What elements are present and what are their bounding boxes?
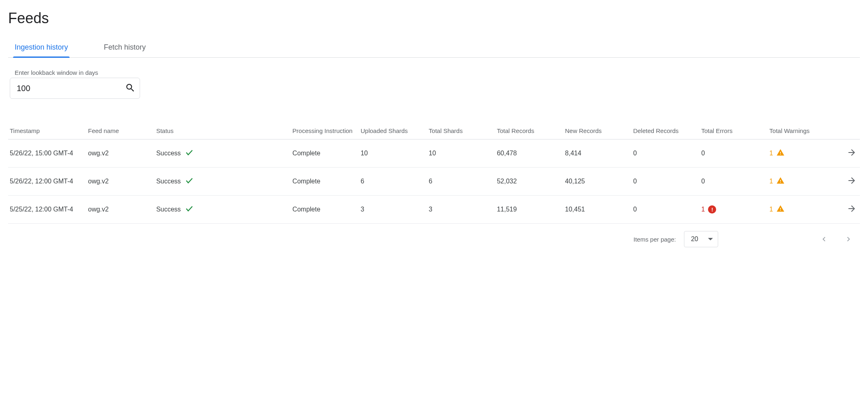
tab-ingestion-history[interactable]: Ingestion history	[13, 38, 70, 57]
page-title: Feeds	[8, 10, 860, 27]
cell-total-errors: 0	[698, 139, 766, 168]
col-total-shards[interactable]: Total Shards	[425, 123, 493, 139]
cell-total-errors: 1!	[698, 196, 766, 224]
arrow-right-icon	[847, 180, 857, 187]
cell-total-shards: 6	[425, 168, 493, 196]
col-deleted-records[interactable]: Deleted Records	[630, 123, 698, 139]
items-per-page-value: 20	[691, 235, 698, 243]
cell-timestamp: 5/25/22, 12:00 GMT-4	[8, 196, 85, 224]
cell-uploaded-shards: 10	[357, 139, 425, 168]
warning-icon	[776, 177, 785, 186]
cell-total-records: 60,478	[493, 139, 561, 168]
search-icon[interactable]	[125, 83, 136, 94]
lookback-input[interactable]	[16, 83, 125, 94]
cell-status: Success	[153, 196, 289, 224]
cell-total-warnings: 1	[766, 168, 826, 196]
col-processing-instruction[interactable]: Processing Instruction	[289, 123, 357, 139]
cell-feed-name: owg.v2	[85, 196, 153, 224]
cell-new-records: 10,451	[562, 196, 630, 224]
items-per-page-label: Items per page:	[633, 236, 676, 243]
table-row[interactable]: 5/26/22, 12:00 GMT-4owg.v2 Success Compl…	[8, 168, 860, 196]
check-icon	[185, 148, 194, 159]
cell-details-arrow[interactable]	[826, 139, 860, 168]
check-icon	[185, 176, 194, 187]
cell-status: Success	[153, 139, 289, 168]
lookback-label: Enter lookback window in days	[10, 69, 860, 76]
table-row[interactable]: 5/25/22, 12:00 GMT-4owg.v2 Success Compl…	[8, 196, 860, 224]
cell-details-arrow[interactable]	[826, 168, 860, 196]
col-uploaded-shards[interactable]: Uploaded Shards	[357, 123, 425, 139]
tabs: Ingestion history Fetch history	[8, 38, 860, 58]
cell-deleted-records: 0	[630, 139, 698, 168]
cell-total-errors: 0	[698, 168, 766, 196]
caret-down-icon	[708, 238, 713, 240]
cell-processing-instruction: Complete	[289, 168, 357, 196]
col-total-records[interactable]: Total Records	[493, 123, 561, 139]
arrow-right-icon	[847, 152, 857, 159]
table-row[interactable]: 5/26/22, 15:00 GMT-4owg.v2 Success Compl…	[8, 139, 860, 168]
cell-new-records: 40,125	[562, 168, 630, 196]
cell-feed-name: owg.v2	[85, 139, 153, 168]
items-per-page-select[interactable]: 20	[684, 231, 718, 247]
cell-total-shards: 3	[425, 196, 493, 224]
cell-total-warnings: 1	[766, 196, 826, 224]
cell-total-records: 11,519	[493, 196, 561, 224]
next-page-button[interactable]	[840, 231, 857, 247]
col-new-records[interactable]: New Records	[562, 123, 630, 139]
cell-uploaded-shards: 6	[357, 168, 425, 196]
col-feed-name[interactable]: Feed name	[85, 123, 153, 139]
cell-details-arrow[interactable]	[826, 196, 860, 224]
cell-status: Success	[153, 168, 289, 196]
tab-fetch-history[interactable]: Fetch history	[102, 38, 147, 57]
warning-icon	[776, 148, 785, 158]
prev-page-button[interactable]	[816, 231, 832, 247]
cell-feed-name: owg.v2	[85, 168, 153, 196]
cell-timestamp: 5/26/22, 12:00 GMT-4	[8, 168, 85, 196]
check-icon	[185, 204, 194, 215]
col-total-warnings[interactable]: Total Warnings	[766, 123, 826, 139]
col-status[interactable]: Status	[153, 123, 289, 139]
warning-icon	[776, 205, 785, 214]
cell-total-records: 52,032	[493, 168, 561, 196]
cell-timestamp: 5/26/22, 15:00 GMT-4	[8, 139, 85, 168]
cell-new-records: 8,414	[562, 139, 630, 168]
cell-total-warnings: 1	[766, 139, 826, 168]
cell-processing-instruction: Complete	[289, 139, 357, 168]
cell-uploaded-shards: 3	[357, 196, 425, 224]
feeds-table: Timestamp Feed name Status Processing In…	[8, 123, 860, 224]
cell-deleted-records: 0	[630, 196, 698, 224]
col-total-errors[interactable]: Total Errors	[698, 123, 766, 139]
col-timestamp[interactable]: Timestamp	[8, 123, 85, 139]
cell-deleted-records: 0	[630, 168, 698, 196]
cell-processing-instruction: Complete	[289, 196, 357, 224]
pager: Items per page: 20	[8, 224, 860, 251]
lookback-input-wrap	[10, 78, 140, 99]
cell-total-shards: 10	[425, 139, 493, 168]
arrow-right-icon	[847, 208, 857, 215]
error-icon: !	[708, 205, 716, 214]
